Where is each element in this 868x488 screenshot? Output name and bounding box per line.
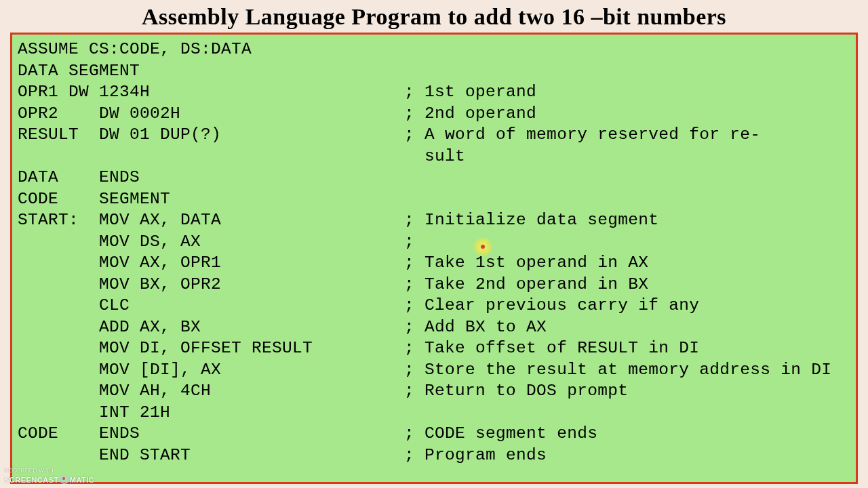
code-line: END START ; Program ends [18, 445, 850, 466]
code-line: OPR1 DW 1234H ; 1st operand [18, 81, 850, 103]
code-line: OPR2 DW 0002H ; 2nd operand [18, 103, 850, 125]
code-line: CLC ; Clear previous carry if any [18, 295, 850, 317]
code-line: INT 21H [18, 402, 850, 424]
code-line: MOV AH, 4CH ; Return to DOS prompt [18, 380, 850, 402]
code-line: RESULT DW 01 DUP(?) ; A word of memory r… [18, 124, 850, 146]
code-line: sult [18, 146, 850, 167]
code-line: DATA SEGMENT [18, 60, 850, 82]
code-line: DATA ENDS [18, 167, 850, 188]
code-line: ADD AX, BX ; Add BX to AX [18, 317, 850, 338]
code-line: MOV DI, OFFSET RESULT ; Take offset of R… [18, 338, 850, 359]
code-line: MOV [DI], AX ; Store the result at memor… [18, 359, 850, 381]
code-line: MOV BX, OPR2 ; Take 2nd operand in BX [18, 274, 850, 296]
code-line: MOV AX, OPR1 ; Take 1st operand in AX [18, 252, 850, 274]
code-line: START: MOV AX, DATA ; Initialize data se… [18, 209, 850, 231]
code-line: CODE SEGMENT [18, 188, 850, 210]
code-line: CODE ENDS ; CODE segment ends [18, 423, 850, 445]
slide-title: Assembly Language Program to add two 16 … [0, 0, 868, 31]
watermark: RECORDED WITH SCREENCASTMATIC [4, 466, 94, 484]
code-line: MOV DS, AX ; [18, 231, 850, 253]
code-box: ASSUME CS:CODE, DS:DATA DATA SEGMENT OPR… [10, 33, 858, 484]
watermark-text: MATIC [70, 476, 95, 484]
watermark-line2: SCREENCASTMATIC [4, 474, 94, 484]
watermark-line1: RECORDED WITH [4, 466, 94, 474]
slide: Assembly Language Program to add two 16 … [0, 0, 868, 488]
record-icon [60, 474, 69, 484]
code-line: ASSUME CS:CODE, DS:DATA [18, 39, 850, 60]
watermark-text: SCREENCAST [4, 476, 59, 484]
